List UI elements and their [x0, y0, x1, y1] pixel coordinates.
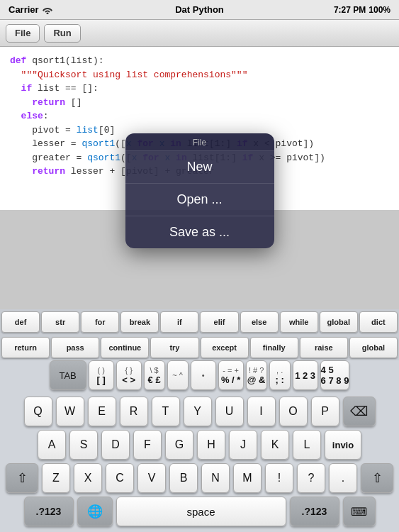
wifi-icon	[42, 6, 53, 14]
popup-new-button[interactable]: New	[125, 151, 274, 184]
key-d[interactable]: D	[101, 430, 130, 460]
key-k[interactable]: K	[261, 430, 289, 460]
key-t[interactable]: T	[152, 397, 180, 426]
tab-key[interactable]: TAB	[50, 360, 86, 390]
keyboard-row-q: Q W E R T Y U I O P ⌫	[1, 397, 398, 426]
kw-break[interactable]: break	[120, 311, 159, 333]
kw-raise[interactable]: raise	[300, 337, 348, 358]
key-w[interactable]: W	[56, 397, 84, 426]
key-j[interactable]: J	[229, 430, 257, 460]
key-r[interactable]: R	[120, 397, 148, 426]
symbol-row: TAB ( )[ ] { }< > \ $€ £ ~ ^ • - = +% / …	[0, 360, 399, 390]
key-u[interactable]: U	[215, 397, 244, 426]
brace-key[interactable]: { }< >	[116, 360, 142, 390]
key-h[interactable]: H	[197, 430, 225, 460]
key-p[interactable]: P	[311, 397, 339, 426]
kw-except[interactable]: except	[201, 337, 249, 358]
kw-global1[interactable]: global	[320, 311, 358, 333]
key-n[interactable]: N	[201, 463, 230, 493]
num-switch-left[interactable]: .?123	[24, 497, 74, 526]
key-l[interactable]: L	[293, 430, 321, 460]
paren-key[interactable]: ( )[ ]	[89, 360, 114, 390]
keyboard-row-a: A S D F G H J K L invio	[1, 430, 398, 460]
popup-overlay: File New Open ... Save as ...	[0, 74, 399, 308]
tilde-key[interactable]: ~ ^	[167, 360, 189, 390]
key-exclaim[interactable]: !	[265, 463, 293, 493]
kw-for[interactable]: for	[81, 311, 119, 333]
key-o[interactable]: O	[279, 397, 308, 426]
dot-key[interactable]: •	[191, 360, 216, 390]
key-g[interactable]: G	[165, 430, 193, 460]
key-q[interactable]: Q	[24, 397, 52, 426]
run-button[interactable]: Run	[44, 24, 80, 43]
keyword-row-1: def str for break if elif else while glo…	[0, 309, 399, 335]
key-question[interactable]: ?	[297, 463, 325, 493]
kw-def[interactable]: def	[1, 311, 40, 333]
kw-elif[interactable]: elif	[200, 311, 238, 333]
kw-pass[interactable]: pass	[51, 337, 99, 358]
keyboard-hide-key[interactable]: ⌨	[343, 497, 376, 526]
svg-point-0	[46, 12, 48, 14]
minus-key[interactable]: - = +% / *	[218, 360, 244, 390]
key-y[interactable]: Y	[184, 397, 212, 426]
exclaim-key[interactable]: ! # ?@ &	[246, 360, 267, 390]
app-title: Dat Python	[175, 4, 224, 15]
bottom-row: .?123 🌐 space .?123 ⌨	[1, 497, 398, 531]
key-f[interactable]: F	[133, 430, 162, 460]
letter-section: Q W E R T Y U I O P ⌫ A S D F G H J K L …	[0, 394, 399, 532]
kw-while[interactable]: while	[280, 311, 318, 333]
shift-right-key[interactable]: ⇧	[361, 463, 393, 493]
keyboard-row-z: ⇧ Z X C V B N M ! ? . ⇧	[1, 463, 398, 493]
key-b[interactable]: B	[169, 463, 198, 493]
kw-finally[interactable]: finally	[250, 337, 298, 358]
file-popup: File New Open ... Save as ...	[125, 133, 274, 248]
key-m[interactable]: M	[233, 463, 262, 493]
kw-global2[interactable]: global	[349, 337, 398, 358]
key-e[interactable]: E	[88, 397, 116, 426]
toolbar: File Run	[0, 20, 399, 47]
kw-return[interactable]: return	[1, 337, 50, 358]
carrier-label: Carrier	[9, 4, 39, 15]
popup-saveas-button[interactable]: Save as ...	[125, 216, 274, 248]
invio-key[interactable]: invio	[325, 430, 361, 460]
keyboard-area: def str for break if elif else while glo…	[0, 309, 399, 532]
num-switch-right[interactable]: .?123	[290, 497, 339, 526]
kw-str[interactable]: str	[41, 311, 79, 333]
shift-key[interactable]: ⇧	[6, 463, 38, 493]
key-a[interactable]: A	[38, 430, 66, 460]
key-z[interactable]: Z	[42, 463, 70, 493]
popup-title: File	[125, 133, 274, 151]
key-v[interactable]: V	[137, 463, 166, 493]
key-i[interactable]: I	[247, 397, 276, 426]
globe-key[interactable]: 🌐	[77, 497, 113, 526]
space-key[interactable]: space	[116, 497, 286, 526]
num456-key[interactable]: 4 56 7 8 9	[320, 360, 350, 390]
comma-key[interactable]: , .; :	[269, 360, 291, 390]
battery-label: 100%	[369, 5, 390, 15]
popup-open-button[interactable]: Open ...	[125, 184, 274, 216]
keyword-row-2: return pass continue try except finally …	[0, 335, 399, 360]
kw-else[interactable]: else	[240, 311, 279, 333]
dollar-key[interactable]: \ $€ £	[144, 360, 165, 390]
kw-try[interactable]: try	[150, 337, 198, 358]
kw-dict[interactable]: dict	[359, 311, 398, 333]
key-dot[interactable]: .	[329, 463, 357, 493]
key-x[interactable]: X	[74, 463, 102, 493]
status-bar: Carrier Dat Python 7:27 PM 100%	[0, 0, 399, 20]
kw-if[interactable]: if	[160, 311, 198, 333]
key-s[interactable]: S	[69, 430, 98, 460]
time-label: 7:27 PM	[334, 5, 366, 15]
key-c[interactable]: C	[106, 463, 134, 493]
file-button[interactable]: File	[6, 24, 40, 43]
delete-key[interactable]: ⌫	[343, 397, 376, 426]
kw-continue[interactable]: continue	[101, 337, 149, 358]
num123-key[interactable]: 1 2 3	[293, 360, 318, 390]
